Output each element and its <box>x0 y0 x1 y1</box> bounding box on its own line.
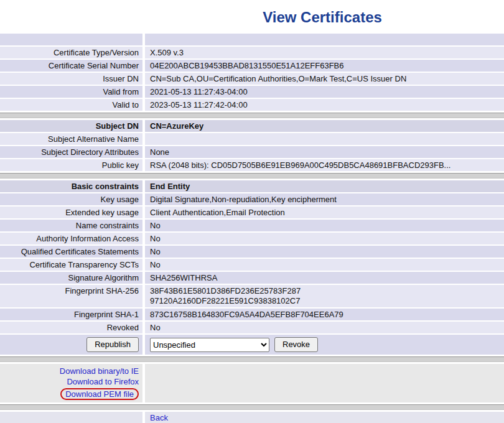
type-version-label: Certificate Type/Version <box>0 47 142 58</box>
valid-to-value: 2023-05-13 11:27:42-04:00 <box>145 99 504 111</box>
row-blank <box>0 34 504 45</box>
revoked-label: Revoked <box>0 322 142 333</box>
row-back: Back <box>0 412 504 423</box>
blank-value-cell <box>145 34 504 45</box>
section-separator <box>0 113 504 118</box>
blank-label-cell <box>0 34 142 45</box>
type-version-value: X.509 v.3 <box>145 47 504 58</box>
valid-to-label: Valid to <box>0 99 142 111</box>
section-constraints: Basic constraints End Entity Key usage D… <box>0 180 504 355</box>
republish-cell: Republish <box>0 335 142 355</box>
row-fingerprint-sha256: Fingerprint SHA-256 38F43B61E5801D386FD2… <box>0 285 504 307</box>
issuer-dn-label: Issuer DN <box>0 73 142 85</box>
revocation-reason-select[interactable]: Unspecified <box>150 338 269 352</box>
row-authority-info-access: Authority Information Access No <box>0 233 504 244</box>
back-empty-cell <box>0 412 142 423</box>
row-name-constraints: Name constraints No <box>0 220 504 231</box>
row-signature-algorithm: Signature Algorithm SHA256WITHRSA <box>0 272 504 284</box>
row-downloads: Download binary/to IE Download to Firefo… <box>0 364 504 402</box>
section-separator <box>0 356 504 362</box>
key-usage-value: Digital Signature,Non-repudiation,Key en… <box>145 193 504 205</box>
row-extended-key-usage: Extended key usage Client Authentication… <box>0 207 504 218</box>
basic-constraints-label: Basic constraints <box>0 180 142 192</box>
signature-algorithm-value: SHA256WITHRSA <box>145 272 504 284</box>
fingerprint-sha256-line2: 97120A2160DF28221E591C93838102C7 <box>150 296 499 306</box>
valid-from-value: 2021-05-13 11:27:43-04:00 <box>145 86 504 98</box>
subject-dir-attrs-label: Subject Directory Attributes <box>0 146 142 158</box>
row-qualified-cert-statements: Qualified Certificates Statements No <box>0 246 504 258</box>
downloads-cell: Download binary/to IE Download to Firefo… <box>0 364 142 402</box>
fingerprint-sha256-value: 38F43B61E5801D386FD236E25783F287 97120A2… <box>145 285 504 307</box>
name-constraints-value: No <box>145 220 504 231</box>
public-key-label: Public key <box>0 159 142 171</box>
subject-alt-name-label: Subject Alternative Name <box>0 133 142 145</box>
download-binary-ie-link[interactable]: Download binary/to IE <box>60 366 139 376</box>
name-constraints-label: Name constraints <box>0 220 142 231</box>
qualified-cert-statements-value: No <box>145 246 504 258</box>
authority-info-access-value: No <box>145 233 504 244</box>
back-link[interactable]: Back <box>150 413 168 422</box>
row-valid-to: Valid to 2023-05-13 11:27:42-04:00 <box>0 99 504 111</box>
authority-info-access-label: Authority Information Access <box>0 233 142 244</box>
fingerprint-sha256-label: Fingerprint SHA-256 <box>0 285 142 307</box>
revoked-value: No <box>145 322 504 333</box>
view-certificates-page: View Certificates Certificate Type/Versi… <box>0 9 504 423</box>
section-subject: Subject DN CN=AzureKey Subject Alternati… <box>0 120 504 171</box>
subject-dir-attrs-value: None <box>145 146 504 158</box>
section-separator <box>0 404 504 410</box>
revoke-button[interactable]: Revoke <box>274 337 318 352</box>
basic-constraints-value: End Entity <box>145 180 504 192</box>
subject-alt-name-value <box>145 133 504 145</box>
fingerprint-sha1-value: 873C16758B164830FC9A5A4DA5EFB8F704EE6A79 <box>145 309 504 320</box>
ct-scts-value: No <box>145 259 504 271</box>
subject-dn-value: CN=AzureKey <box>145 120 504 132</box>
row-actions: Republish Unspecified Revoke <box>0 335 504 355</box>
row-ct-scts: Certificate Transparency SCTs No <box>0 259 504 271</box>
download-firefox-link[interactable]: Download to Firefox <box>67 377 139 386</box>
back-cell: Back <box>145 412 504 423</box>
subject-dn-label: Subject DN <box>0 120 142 132</box>
row-revoked: Revoked No <box>0 322 504 333</box>
key-usage-label: Key usage <box>0 193 142 205</box>
row-subject-dir-attrs: Subject Directory Attributes None <box>0 146 504 158</box>
signature-algorithm-label: Signature Algorithm <box>0 272 142 284</box>
row-public-key: Public key RSA (2048 bits): CD05D7505B6E… <box>0 159 504 171</box>
public-key-value: RSA (2048 bits): CD05D7505B6E91EB969A00C… <box>145 159 504 171</box>
section-downloads: Download binary/to IE Download to Firefo… <box>0 364 504 402</box>
section-footer: Back <box>0 412 504 423</box>
fingerprint-sha1-label: Fingerprint SHA-1 <box>0 309 142 320</box>
republish-button[interactable]: Republish <box>86 337 139 352</box>
section-separator <box>0 173 504 179</box>
row-subject-dn: Subject DN CN=AzureKey <box>0 120 504 132</box>
page-title: View Certificates <box>0 9 504 26</box>
extended-key-usage-label: Extended key usage <box>0 207 142 218</box>
fingerprint-sha256-line1: 38F43B61E5801D386FD236E25783F287 <box>150 286 499 296</box>
row-valid-from: Valid from 2021-05-13 11:27:43-04:00 <box>0 86 504 98</box>
row-basic-constraints: Basic constraints End Entity <box>0 180 504 192</box>
valid-from-label: Valid from <box>0 86 142 98</box>
qualified-cert-statements-label: Qualified Certificates Statements <box>0 246 142 258</box>
row-type-version: Certificate Type/Version X.509 v.3 <box>0 47 504 58</box>
row-fingerprint-sha1: Fingerprint SHA-1 873C16758B164830FC9A5A… <box>0 309 504 320</box>
row-subject-alt-name: Subject Alternative Name <box>0 133 504 145</box>
revoke-cell: Unspecified Revoke <box>145 335 504 355</box>
downloads-empty-cell <box>145 364 504 402</box>
download-pem-link[interactable]: Download PEM file <box>60 388 139 400</box>
row-serial-number: Certificate Serial Number 04E200ABCB1945… <box>0 60 504 72</box>
row-key-usage: Key usage Digital Signature,Non-repudiat… <box>0 193 504 205</box>
extended-key-usage-value: Client Authentication,Email Protection <box>145 207 504 218</box>
row-issuer-dn: Issuer DN CN=Sub CA,OU=Certification Aut… <box>0 73 504 85</box>
section-general: Certificate Type/Version X.509 v.3 Certi… <box>0 34 504 111</box>
serial-number-value: 04E200ABCB19453BBAD8131550E51A12EFF63FB6 <box>145 60 504 72</box>
ct-scts-label: Certificate Transparency SCTs <box>0 259 142 271</box>
serial-number-label: Certificate Serial Number <box>0 60 142 72</box>
issuer-dn-value: CN=Sub CA,OU=Certification Authorities,O… <box>145 73 504 85</box>
